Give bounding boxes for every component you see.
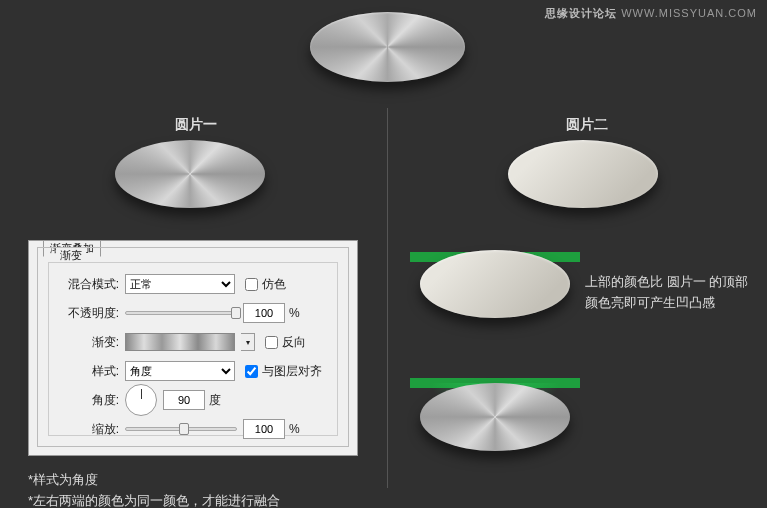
- dither-label: 仿色: [262, 276, 286, 293]
- footnotes: *样式为角度 *左右两端的颜色为同一颜色，才能进行融合: [28, 470, 280, 508]
- angle-dial[interactable]: [125, 384, 157, 416]
- row-opacity: 不透明度: %: [57, 302, 329, 324]
- disc-1-preview: [115, 140, 265, 208]
- row-scale: 缩放: %: [57, 418, 329, 440]
- dialog-section-title: 渐变: [56, 248, 86, 263]
- watermark: 思缘设计论坛 WWW.MISSYUAN.COM: [545, 6, 757, 21]
- scale-unit: %: [289, 422, 300, 436]
- dither-checkbox[interactable]: [245, 278, 258, 291]
- vertical-divider: [387, 108, 388, 488]
- scale-input[interactable]: [243, 419, 285, 439]
- style-label: 样式:: [57, 363, 119, 380]
- dialog-outer-box: 渐变 混合模式: 正常 仿色 不透明度: % 渐变: ▾ 反向: [37, 247, 349, 447]
- footnote-2: *左右两端的颜色为同一颜色，才能进行融合: [28, 491, 280, 508]
- scale-label: 缩放:: [57, 421, 119, 438]
- scale-thumb[interactable]: [179, 423, 189, 435]
- label-disc-2: 圆片二: [566, 116, 608, 134]
- row-gradient: 渐变: ▾ 反向: [57, 331, 329, 353]
- disc-2-variant-b: [420, 383, 570, 451]
- gradient-overlay-dialog: 渐变叠加 渐变 混合模式: 正常 仿色 不透明度: % 渐变: ▾ 反向: [28, 240, 358, 456]
- disc-2-variant-a: [420, 250, 570, 318]
- description-text: 上部的颜色比 圆片一 的顶部 颜色亮即可产生凹凸感: [585, 272, 748, 314]
- reverse-label: 反向: [282, 334, 306, 351]
- angle-input[interactable]: [163, 390, 205, 410]
- gradient-preview[interactable]: [125, 333, 235, 351]
- align-checkbox[interactable]: [245, 365, 258, 378]
- opacity-input[interactable]: [243, 303, 285, 323]
- watermark-cn: 思缘设计论坛: [545, 7, 617, 19]
- watermark-en: WWW.MISSYUAN.COM: [621, 7, 757, 19]
- dialog-inner-box: 混合模式: 正常 仿色 不透明度: % 渐变: ▾ 反向 样式: 角度: [48, 262, 338, 436]
- angle-label: 角度:: [57, 392, 119, 409]
- footnote-1: *样式为角度: [28, 470, 280, 491]
- row-style: 样式: 角度 与图层对齐: [57, 360, 329, 382]
- opacity-slider[interactable]: [125, 311, 237, 315]
- gradient-dropdown-icon[interactable]: ▾: [241, 333, 255, 351]
- row-blend-mode: 混合模式: 正常 仿色: [57, 273, 329, 295]
- opacity-label: 不透明度:: [57, 305, 119, 322]
- opacity-thumb[interactable]: [231, 307, 241, 319]
- blend-mode-select[interactable]: 正常: [125, 274, 235, 294]
- align-label: 与图层对齐: [262, 363, 322, 380]
- style-select[interactable]: 角度: [125, 361, 235, 381]
- row-angle: 角度: 度: [57, 389, 329, 411]
- disc-2-preview: [508, 140, 658, 208]
- gradient-label: 渐变:: [57, 334, 119, 351]
- label-disc-1: 圆片一: [175, 116, 217, 134]
- scale-slider[interactable]: [125, 427, 237, 431]
- desc-line-2: 颜色亮即可产生凹凸感: [585, 293, 748, 314]
- top-disc-preview: [310, 12, 465, 82]
- reverse-checkbox[interactable]: [265, 336, 278, 349]
- angle-unit: 度: [209, 392, 221, 409]
- desc-line-1: 上部的颜色比 圆片一 的顶部: [585, 272, 748, 293]
- opacity-unit: %: [289, 306, 300, 320]
- blend-mode-label: 混合模式:: [57, 276, 119, 293]
